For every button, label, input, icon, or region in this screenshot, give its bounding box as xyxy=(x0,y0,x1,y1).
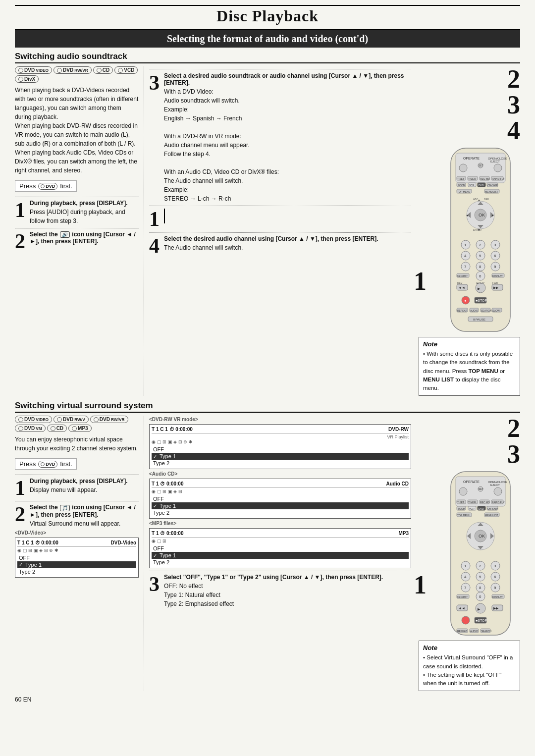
svg-text:8: 8 xyxy=(479,265,482,269)
step2-heading: Select the 🔊 icon using [Cursor ◄ / ►], … xyxy=(30,231,139,245)
svg-text:REC MD: REC MD xyxy=(480,177,490,180)
svg-text:REPEAT: REPEAT xyxy=(457,309,467,312)
mp3-header-left: T 1 ⏱ 0:00:00 xyxy=(152,531,183,536)
surround-icon-inline: 🎵 xyxy=(60,505,70,511)
audio-cd-header-left: T 1 ⏱ 0:00:00 xyxy=(152,481,183,486)
dvd-video-menu-off: OFF xyxy=(17,554,136,561)
section-audio-soundtrack: Switching audio soundtrack DVDVIDEO DVDR… xyxy=(15,52,520,396)
right-step-numbers-bottom: 2 3 xyxy=(419,416,520,467)
note2-body2: • The setting will be kept "OFF" when th… xyxy=(423,672,501,686)
section-virtual-surround: Switching virtual surround system DVDVID… xyxy=(15,401,520,691)
step2-content: Select the 🔊 icon using [Cursor ◄ / ►], … xyxy=(30,231,139,246)
svg-text:SLOW/: SLOW/ xyxy=(492,309,501,312)
svg-point-98 xyxy=(494,487,502,495)
svg-text:7: 7 xyxy=(464,586,467,590)
dvd-video-header-right: DVD-Video xyxy=(111,540,137,545)
section1-disc-icons: DVDVIDEO DVDRW/VR CD VCD DivX xyxy=(15,66,139,83)
dvd-video-screen-icons: ◉ ▢ ⊞ ▣ ◈ ⊟ ⊛ ✱ xyxy=(17,548,136,553)
section1-heading: Switching audio soundtrack xyxy=(15,52,520,63)
svg-text:1: 1 xyxy=(464,243,467,247)
page-title: Disc Playback xyxy=(15,7,520,25)
svg-text:DVD: DVD xyxy=(479,184,484,187)
mp3-menu-type1: ✓ Type 1 xyxy=(152,552,409,559)
dvd-video-menu-type2: Type 2 xyxy=(17,568,136,575)
first-text: first. xyxy=(60,182,72,190)
step3-example2-label: Example: xyxy=(164,186,189,193)
audio-icon-inline: 🔊 xyxy=(60,231,70,238)
note-box-2: Note • Select Virtual Surround "OFF" in … xyxy=(419,641,520,691)
step3-example-label: Example: xyxy=(164,106,189,113)
svg-point-70 xyxy=(476,283,485,293)
vs-step1-content: During playback, press [DISPLAY]. Displa… xyxy=(30,478,128,494)
vs-step1-heading: During playback, press [DISPLAY]. xyxy=(30,478,128,485)
vs-step3-container: 3 Select "OFF", "Type 1" or "Type 2" usi… xyxy=(149,574,411,608)
step3-type1: Type 1: Natural effect xyxy=(164,592,220,598)
dvdrw-vr-screen: T 1 C 1 ⏱ 0:00:00 DVD-RW VR Playlist ◉ ▢… xyxy=(149,424,411,469)
step1-number: 1 xyxy=(15,200,25,220)
dvd-videomode2-icon: DVDVM xyxy=(15,425,46,432)
svg-text:VCR: VCR xyxy=(469,507,475,510)
vs-step1-container: 1 During playback, press [DISPLAY]. Disp… xyxy=(15,478,139,498)
step3-dvdvideo-label: With a DVD Video: xyxy=(164,88,214,95)
svg-text:DISPLAY: DISPLAY xyxy=(492,595,503,598)
dvd-rw-videomode-icon: DVDRW/V xyxy=(54,416,89,423)
svg-text:AUDIO: AUDIO xyxy=(470,309,478,312)
svg-point-156 xyxy=(462,616,470,624)
dvdrw-vr-header-left: T 1 C 1 ⏱ 0:00:00 xyxy=(152,427,193,432)
vs-step1-number: 1 xyxy=(15,478,25,498)
step1-content: During playback, press [DISPLAY]. Press … xyxy=(30,200,139,225)
section2-body-text: You can enjoy stereophonic virtual space… xyxy=(15,435,139,453)
svg-text:DVD: DVD xyxy=(479,507,484,510)
mp3-screen-header: T 1 ⏱ 0:00:00 MP3 xyxy=(152,531,409,538)
dvd-video-icon: DVDVIDEO xyxy=(15,66,52,74)
vs-step3-heading: Select "OFF", "Type 1" or "Type 2" using… xyxy=(164,574,383,581)
audio-cd-screen: T 1 ⏱ 0:00:00 Audio CD ◉ ▢ ⊞ ▣ ◈ ⊟ OFF ✓… xyxy=(149,479,411,519)
note-box-1: Note • With some discs it is only possib… xyxy=(419,337,520,396)
svg-text:ABC: ABC xyxy=(473,198,479,201)
svg-text:T-SET: T-SET xyxy=(457,177,464,180)
step3-content: Select a desired audio soundtrack or aud… xyxy=(164,72,411,203)
step3-off: OFF: No effect xyxy=(164,583,203,590)
dvd-video-screen-label: <DVD-Video> xyxy=(15,530,139,536)
svg-point-8 xyxy=(494,164,502,172)
svg-text:5: 5 xyxy=(479,254,482,258)
dvdrw-vr-screen-header: T 1 C 1 ⏱ 0:00:00 DVD-RW xyxy=(152,427,409,433)
mp3-menu-type2: Type 2 xyxy=(152,559,409,566)
svg-text:TOP MENU: TOP MENU xyxy=(457,190,471,193)
dvdrw-vr-menu-off: OFF xyxy=(152,446,409,453)
audio-cd-screen-label: <Audio CD> xyxy=(149,471,411,477)
section2-disc-icons: DVDVIDEO DVDRW/V DVDRW/VR DVDVM CD MP3 xyxy=(15,416,139,432)
right-step-numbers-top: 2 3 4 xyxy=(419,66,520,144)
step3-body: With a DVD Video: Audio soundtrack will … xyxy=(164,87,411,203)
svg-text:OK: OK xyxy=(479,534,485,539)
svg-text:RAPID FLY: RAPID FLY xyxy=(492,177,505,180)
step4-number: 4 xyxy=(149,235,160,256)
press-text-2: Press xyxy=(19,460,36,468)
svg-text:■STOP: ■STOP xyxy=(476,299,487,302)
first-text-2: first. xyxy=(60,460,72,468)
vs-step2-number: 2 xyxy=(15,504,25,525)
note1-title: Note xyxy=(423,340,516,348)
remote-control-1: 1 OPERATE OPEN/CLOSE EJECT SET xyxy=(419,146,520,334)
step3-number: 3 xyxy=(149,72,160,93)
step3-type2: Type 2: Emphasised effect xyxy=(164,600,234,607)
svg-text:0: 0 xyxy=(479,274,482,278)
svg-text:MENU/LIST: MENU/LIST xyxy=(485,190,498,193)
step3-dvdvideo-body: Audio soundtrack will switch. xyxy=(164,97,240,104)
svg-text:6: 6 xyxy=(494,575,496,579)
step3-example-val: English → Spanish → French xyxy=(164,115,242,122)
audio-cd-header-right: Audio CD xyxy=(386,481,409,486)
svg-point-95 xyxy=(459,487,467,495)
dvdrw-vr-sub: VR Playlist xyxy=(152,434,409,439)
svg-text:▶▶: ▶▶ xyxy=(493,606,499,610)
svg-text:EJECT: EJECT xyxy=(490,484,500,486)
step3-follow: Follow the step 4. xyxy=(164,151,211,158)
section1-left-col: DVDVIDEO DVDRW/VR CD VCD DivX When playi… xyxy=(15,66,144,396)
svg-text:SEARCH: SEARCH xyxy=(481,630,491,633)
mp3-screen-label: <MP3 files> xyxy=(149,521,411,526)
step4-heading: Select the desired audio channel using [… xyxy=(164,235,378,242)
svg-text:II PAUSE: II PAUSE xyxy=(473,318,485,321)
svg-text:0: 0 xyxy=(479,594,482,599)
svg-text:SEARCH: SEARCH xyxy=(481,309,491,312)
svg-text:4: 4 xyxy=(464,254,467,258)
